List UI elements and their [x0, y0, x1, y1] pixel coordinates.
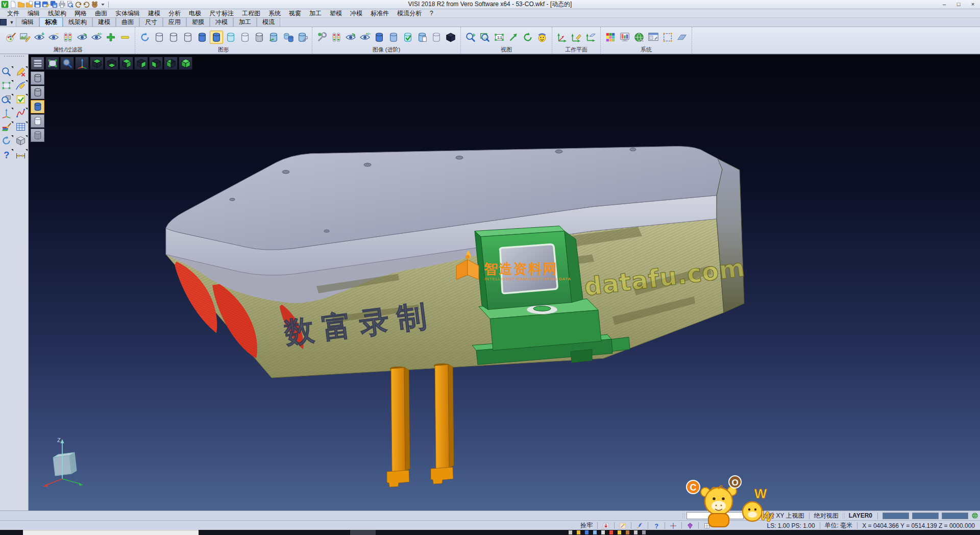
hidden-line-mode-icon[interactable]	[167, 31, 180, 44]
maximize-button[interactable]: □	[951, 0, 966, 9]
wireframe-mode-icon[interactable]	[153, 31, 166, 44]
ribbon-tab-5[interactable]: 尺寸	[139, 17, 163, 27]
menu-item-12[interactable]: 视窗	[285, 9, 305, 17]
new-file-icon[interactable]	[9, 1, 17, 8]
dock-help-icon[interactable]: ?	[1, 149, 13, 161]
workplane-align-icon[interactable]	[584, 31, 597, 44]
view-menu-icon[interactable]	[31, 57, 44, 70]
workplane-icon[interactable]	[555, 31, 569, 44]
import-file-icon[interactable]	[26, 1, 33, 8]
dock-frame-icon[interactable]	[1, 80, 13, 92]
tray-icon-1[interactable]	[577, 530, 580, 534]
menu-item-17[interactable]: 模流分析	[393, 9, 426, 17]
layer-traffic-icon[interactable]	[330, 31, 343, 44]
strip-transparent-icon[interactable]	[31, 114, 44, 128]
window-config-icon[interactable]	[647, 31, 660, 44]
shaded-edges-mode-icon[interactable]	[210, 31, 223, 44]
dock-attributes-icon[interactable]	[1, 121, 13, 134]
view-top-icon[interactable]	[90, 57, 104, 70]
color-table-icon[interactable]	[604, 31, 617, 44]
regen-solids-icon[interactable]	[267, 31, 280, 44]
status-gem-icon[interactable]	[686, 522, 694, 529]
grid-plane-icon[interactable]	[675, 31, 689, 44]
dock-zoom-icon[interactable]	[1, 66, 13, 79]
shaded-mode-icon[interactable]	[195, 31, 209, 44]
menu-item-7[interactable]: 分析	[164, 9, 185, 17]
status-snap-icon[interactable]	[669, 522, 677, 529]
menu-item-6[interactable]: 建模	[144, 9, 164, 17]
solid-wire-icon[interactable]	[430, 31, 443, 44]
solid-shaded-icon[interactable]	[373, 31, 386, 44]
view-left-icon[interactable]	[149, 57, 163, 70]
menu-item-13[interactable]: 加工	[305, 9, 326, 17]
ghost-mode-icon[interactable]	[238, 31, 252, 44]
menu-item-1[interactable]: 编辑	[23, 9, 44, 17]
status-view-mode[interactable]: 绝对 XY 上视图	[761, 512, 805, 520]
layer-color-swatch-2[interactable]	[942, 513, 968, 519]
status-lock-icon[interactable]	[602, 522, 610, 529]
visi-logo[interactable]: V	[1, 1, 9, 8]
hide-entities-icon[interactable]: −	[47, 31, 60, 44]
zoom-fit-icon[interactable]	[45, 57, 59, 70]
taskbar-app-button[interactable]	[23, 530, 199, 535]
dock-measure-icon[interactable]	[15, 149, 28, 161]
status-ink-icon[interactable]	[635, 522, 644, 529]
tray-icon-7[interactable]	[626, 530, 629, 534]
solid-sheet-icon[interactable]	[415, 31, 429, 44]
dock-curve-icon[interactable]	[15, 108, 28, 120]
solid-outline-icon[interactable]	[387, 31, 400, 44]
menu-item-15[interactable]: 冲模	[346, 9, 366, 17]
tray-icon-8[interactable]	[634, 530, 638, 534]
tray-icon-6[interactable]	[618, 530, 621, 534]
status-handle[interactable]	[682, 513, 684, 519]
tab-dropdown-icon[interactable]: ▼	[8, 20, 16, 27]
selection-box-icon[interactable]	[661, 31, 674, 44]
strip-hatched-icon[interactable]	[31, 129, 44, 142]
app-options-icon[interactable]	[91, 1, 99, 8]
menu-item-11[interactable]: 系统	[264, 9, 285, 17]
tray-icon-2[interactable]	[585, 530, 589, 534]
view-front-icon[interactable]	[164, 57, 178, 70]
menu-item-18[interactable]: ?	[426, 9, 437, 17]
transparent-mode-icon[interactable]	[224, 31, 237, 44]
ribbon-tab-2[interactable]: 线架构	[63, 17, 92, 27]
ribbon-tab-0[interactable]: 编辑	[16, 17, 39, 27]
ribbon-tab-3[interactable]: 建模	[92, 17, 116, 27]
ribbon-tab-10[interactable]: 模流	[257, 17, 280, 27]
tray-icon-0[interactable]	[569, 530, 572, 534]
strip-hidden-icon[interactable]	[31, 86, 44, 99]
image-attributes-icon[interactable]	[18, 31, 32, 44]
refresh-image-icon[interactable]	[344, 31, 357, 44]
menu-item-8[interactable]: 电极	[185, 9, 205, 17]
system-globe-icon[interactable]	[632, 31, 646, 44]
status-grid-icon[interactable]	[703, 522, 711, 529]
taskbar-tray-icons[interactable]	[569, 530, 646, 534]
dark-cube-icon[interactable]	[444, 31, 457, 44]
regen-view-icon[interactable]	[138, 31, 152, 44]
dock-refresh-icon[interactable]	[1, 135, 13, 148]
dock-wcs-icon[interactable]	[1, 108, 13, 120]
menu-item-3[interactable]: 网格	[70, 9, 91, 17]
status-wand-icon[interactable]	[619, 522, 627, 529]
ribbon-tab-4[interactable]: 曲面	[116, 17, 139, 27]
status-layer[interactable]: LAYER0	[847, 512, 874, 519]
status-lock-label[interactable]: 拴牢	[579, 521, 594, 530]
os-taskbar[interactable]	[0, 530, 980, 535]
viewport-3d[interactable]: 数富录制 w.datafu.com	[29, 54, 980, 510]
save-all-icon[interactable]	[50, 1, 58, 8]
dynamic-pan-icon[interactable]	[507, 31, 520, 44]
view-isometric-icon[interactable]	[179, 57, 192, 70]
ribbon-tab-8[interactable]: 冲模	[210, 17, 233, 27]
dock-cube-icon[interactable]	[15, 135, 28, 148]
ribbon-tab-6[interactable]: 应用	[163, 17, 186, 27]
print-icon[interactable]	[58, 1, 66, 8]
hatched-mode-icon[interactable]	[253, 31, 266, 44]
render-face-icon[interactable]	[535, 31, 549, 44]
menu-item-2[interactable]: 线架构	[44, 9, 70, 17]
menu-item-14[interactable]: 塑模	[326, 9, 346, 17]
zoom-scale-icon[interactable]: 1:1	[493, 31, 506, 44]
print-preview-icon[interactable]	[66, 1, 74, 8]
dock-zoombox-icon[interactable]	[1, 94, 13, 106]
menu-item-5[interactable]: 实体编辑	[111, 9, 144, 17]
menu-item-16[interactable]: 标准件	[366, 9, 393, 17]
